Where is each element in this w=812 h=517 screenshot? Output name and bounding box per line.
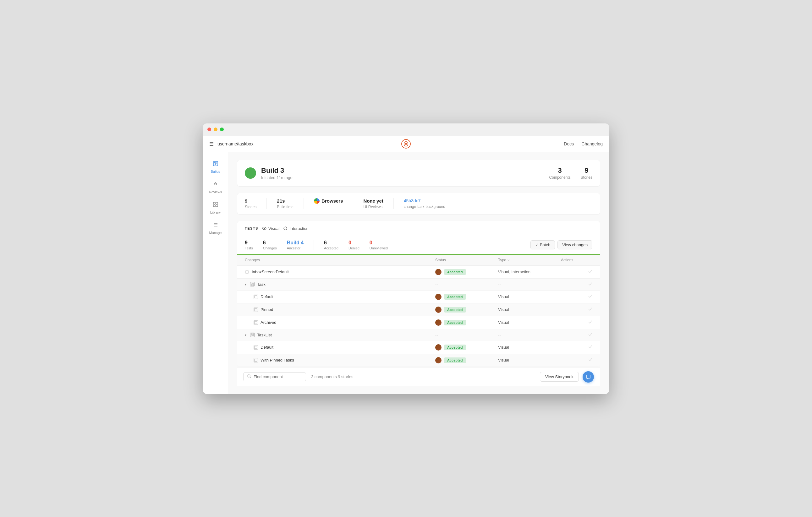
action-icon[interactable] bbox=[588, 344, 592, 350]
branch-link[interactable]: 45b3dc7 bbox=[404, 198, 445, 203]
top-nav: ☰ username/taskbox Docs Changelog bbox=[203, 136, 609, 152]
info-branch: 45b3dc7 change-task-background bbox=[404, 198, 455, 209]
stat-unreviewed-value: 0 bbox=[370, 240, 388, 246]
filter-visual[interactable]: Visual bbox=[262, 226, 279, 231]
change-name-task-pinned: Pinned bbox=[245, 307, 435, 312]
actions-cell bbox=[561, 344, 592, 350]
action-icon[interactable] bbox=[588, 358, 592, 363]
actions-cell bbox=[561, 320, 592, 325]
stat-changes-label: Changes bbox=[263, 246, 277, 250]
view-storybook-button[interactable]: View Storybook bbox=[540, 372, 579, 382]
accepted-badge: Accepted bbox=[444, 269, 466, 275]
change-name-text[interactable]: Task bbox=[257, 282, 265, 287]
stat-tests-value: 9 bbox=[245, 240, 253, 246]
stat-denied-label: Denied bbox=[348, 246, 359, 250]
table-row: Pinned Accepted Visual bbox=[237, 303, 600, 316]
svg-rect-24 bbox=[253, 335, 254, 336]
change-name-text[interactable]: TaskList bbox=[257, 333, 272, 337]
svg-rect-22 bbox=[253, 334, 254, 335]
build-header: Build 3 Initiated 11m ago 3 Components 9… bbox=[237, 160, 600, 187]
svg-rect-23 bbox=[251, 335, 252, 336]
info-ui-reviews-value: None yet bbox=[363, 198, 383, 204]
info-build-time-label: Build time bbox=[277, 205, 293, 209]
sidebar-item-library[interactable]: Library bbox=[203, 198, 228, 217]
search-box[interactable] bbox=[243, 372, 306, 381]
actions-cell bbox=[561, 282, 592, 287]
svg-rect-13 bbox=[246, 271, 248, 273]
filter-interaction[interactable]: Interaction bbox=[283, 226, 309, 231]
reviews-icon bbox=[212, 181, 219, 189]
action-icon[interactable] bbox=[588, 307, 592, 312]
group-icon bbox=[250, 282, 255, 286]
stat-ancestor-label: Ancestor bbox=[287, 246, 303, 250]
change-name-text[interactable]: Default bbox=[261, 294, 273, 299]
action-icon[interactable] bbox=[588, 320, 592, 325]
close-button[interactable] bbox=[207, 127, 211, 131]
actions-cell bbox=[561, 269, 592, 275]
change-name-text[interactable]: With Pinned Tasks bbox=[261, 358, 294, 362]
table-header: Changes Status Type ? Actions bbox=[237, 255, 600, 266]
type-help-icon[interactable]: ? bbox=[508, 258, 510, 262]
info-bar: 9 Stories 21s Build time Browsers bbox=[237, 193, 600, 215]
change-name-text[interactable]: Default bbox=[261, 345, 273, 349]
info-browsers: Browsers bbox=[314, 198, 353, 209]
svg-rect-4 bbox=[216, 202, 218, 204]
changelog-link[interactable]: Changelog bbox=[581, 141, 603, 146]
status-dash: -- bbox=[435, 333, 438, 337]
type-cell: Visual, Interaction bbox=[498, 270, 561, 274]
stat-ancestor-value[interactable]: Build 4 bbox=[287, 240, 303, 246]
svg-rect-6 bbox=[216, 205, 218, 207]
col-type: Type ? bbox=[498, 258, 561, 262]
svg-rect-19 bbox=[255, 308, 257, 311]
info-browsers-value: Browsers bbox=[321, 198, 343, 204]
status-dash: -- bbox=[435, 282, 438, 287]
sidebar-item-reviews[interactable]: Reviews bbox=[203, 178, 228, 197]
action-icon[interactable] bbox=[588, 294, 592, 299]
build-info: Build 3 Initiated 11m ago bbox=[261, 166, 549, 180]
status-cell: -- bbox=[435, 282, 498, 287]
minimize-button[interactable] bbox=[214, 127, 218, 131]
main-content: Build 3 Initiated 11m ago 3 Components 9… bbox=[228, 152, 609, 394]
components-count: 3 bbox=[549, 166, 571, 175]
table-row: ▾ TaskList -- -- bbox=[237, 329, 600, 341]
status-cell: Accepted bbox=[435, 294, 498, 300]
change-name-text[interactable]: Archived bbox=[261, 320, 277, 325]
status-cell: Accepted bbox=[435, 344, 498, 351]
svg-rect-5 bbox=[213, 205, 215, 207]
group-icon bbox=[250, 333, 255, 337]
view-changes-button[interactable]: View changes bbox=[557, 240, 592, 249]
action-icon[interactable] bbox=[588, 282, 592, 287]
batch-button[interactable]: ✓ Batch bbox=[530, 240, 555, 249]
avatar bbox=[435, 307, 441, 313]
stat-denied: 0 Denied bbox=[348, 240, 359, 250]
sidebar-item-manage[interactable]: Manage bbox=[203, 219, 228, 238]
avatar bbox=[435, 269, 441, 275]
build-title: Build 3 bbox=[261, 166, 549, 175]
component-icon bbox=[254, 307, 258, 312]
change-name-text[interactable]: InboxScreen:Default bbox=[252, 270, 289, 274]
change-name-text[interactable]: Pinned bbox=[261, 307, 273, 312]
hamburger-icon[interactable]: ☰ bbox=[209, 141, 214, 147]
stat-ancestor: Build 4 Ancestor bbox=[287, 240, 303, 250]
info-build-time: 21s Build time bbox=[277, 198, 304, 209]
collapse-icon[interactable]: ▾ bbox=[245, 333, 246, 337]
chat-fab[interactable] bbox=[583, 371, 594, 383]
maximize-button[interactable] bbox=[220, 127, 224, 131]
component-icon bbox=[254, 358, 258, 362]
search-input[interactable] bbox=[254, 374, 302, 379]
svg-rect-26 bbox=[255, 359, 257, 362]
nav-brand: username/taskbox bbox=[218, 141, 253, 146]
app-logo bbox=[401, 139, 411, 149]
svg-rect-17 bbox=[253, 284, 254, 285]
info-ui-reviews: None yet UI Reviews bbox=[363, 198, 394, 209]
sidebar-item-builds[interactable]: Builds bbox=[203, 157, 228, 177]
collapse-icon[interactable]: ▾ bbox=[245, 283, 246, 286]
builds-label: Builds bbox=[211, 170, 220, 173]
docs-link[interactable]: Docs bbox=[564, 141, 574, 146]
action-icon[interactable] bbox=[588, 269, 592, 275]
action-icon[interactable] bbox=[588, 332, 592, 338]
build-status-indicator bbox=[245, 168, 256, 179]
col-status: Status bbox=[435, 258, 498, 262]
svg-rect-3 bbox=[213, 202, 215, 204]
svg-point-12 bbox=[284, 227, 287, 230]
